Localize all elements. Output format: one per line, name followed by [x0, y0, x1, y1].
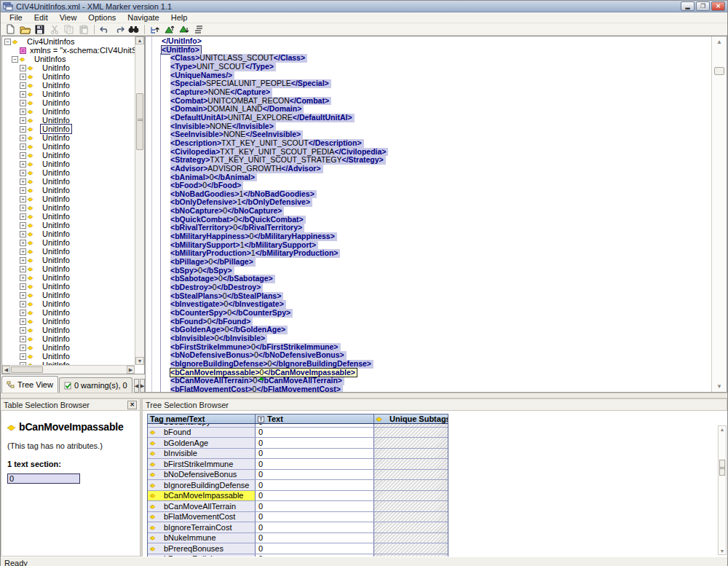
expand-icon[interactable]: +	[20, 231, 26, 237]
xml-line-UnitInfo[interactable]: </UnitInfo>	[146, 37, 711, 46]
expand-icon[interactable]: +	[20, 205, 26, 211]
tree-node-unitinfo[interactable]: +◂▸UnitInfo	[2, 168, 135, 177]
expand-icon[interactable]: +	[20, 196, 26, 203]
previous-element-button[interactable]	[162, 23, 176, 35]
tree-node-unitinfo[interactable]: +◂▸UnitInfo	[2, 334, 135, 343]
tree-node-unitinfo[interactable]: +◂▸UnitInfo	[2, 264, 135, 273]
element-navigator-button[interactable]	[148, 23, 162, 35]
tree-node-unitinfo[interactable]: +◂▸UnitInfo	[2, 212, 135, 221]
expand-icon[interactable]: +	[20, 266, 26, 272]
tree-node-unitinfo[interactable]: +◂▸UnitInfo	[2, 317, 135, 326]
tree-node-unitinfo[interactable]: +◂▸UnitInfo	[2, 81, 135, 90]
expand-icon[interactable]: +	[20, 248, 26, 255]
next-element-button[interactable]	[177, 23, 191, 35]
tree-vertical-scrollbar[interactable]: ▲ ▼	[135, 36, 144, 365]
tab-warnings[interactable]: 0 warning(s), 0	[59, 377, 132, 393]
menu-edit[interactable]: Edit	[28, 12, 54, 23]
scroll-up-icon[interactable]: ▲	[719, 427, 726, 432]
element-list-button[interactable]	[191, 23, 205, 35]
tree-node-unitinfo[interactable]: +◂▸UnitInfo	[2, 229, 135, 238]
expand-icon[interactable]: +	[20, 222, 26, 229]
tree-node-unitinfo[interactable]: +◂▸UnitInfo	[2, 125, 135, 133]
tree-node-root[interactable]: −◂▸Civ4UnitInfos	[2, 37, 135, 46]
expand-icon[interactable]: +	[20, 318, 26, 325]
table-row-bGoldenAge[interactable]: ◂▸bGoldenAge0	[148, 438, 448, 449]
column-header-text[interactable]: T Text	[256, 414, 374, 423]
text-section-input[interactable]	[7, 473, 80, 484]
table-row-bPrereqReligion[interactable]: ◂▸bPrereqReligion0	[148, 554, 448, 557]
tree-node-unitinfo[interactable]: +◂▸UnitInfo	[2, 308, 135, 317]
redo-button[interactable]	[112, 23, 126, 35]
collapse-icon[interactable]: −	[4, 39, 11, 45]
table-row-bCanMoveImpassable[interactable]: ◂▸bCanMoveImpassable0	[148, 491, 448, 502]
expand-icon[interactable]: +	[20, 187, 26, 194]
tree-node-unitinfo[interactable]: +◂▸UnitInfo	[2, 177, 135, 186]
tree-scroll-thumb[interactable]	[136, 93, 143, 150]
expand-icon[interactable]: +	[20, 292, 26, 299]
expand-icon[interactable]: +	[20, 82, 26, 89]
copy-button[interactable]	[62, 23, 76, 35]
editor-scroll-thumb[interactable]	[714, 67, 724, 75]
paste-button[interactable]	[76, 23, 90, 35]
collapse-icon[interactable]: −	[12, 56, 18, 63]
tree-node-unitinfo[interactable]: +◂▸UnitInfo	[2, 107, 135, 116]
tabs-scroll-left-icon[interactable]: ◀	[134, 379, 139, 393]
expand-icon[interactable]: +	[20, 327, 26, 334]
close-panel-icon[interactable]: ✕	[127, 401, 137, 409]
table-row-bCanMoveAllTerrain[interactable]: ◂▸bCanMoveAllTerrain0	[148, 501, 448, 512]
table-row-bIgnoreTerrainCost[interactable]: ◂▸bIgnoreTerrainCost0	[148, 522, 448, 533]
tree-node-unitinfo[interactable]: +◂▸UnitInfo	[2, 160, 135, 168]
menu-help[interactable]: Help	[165, 12, 194, 23]
tree-node-unitinfo[interactable]: +◂▸UnitInfo	[2, 238, 135, 247]
save-file-button[interactable]	[33, 23, 47, 35]
tree-node-unitinfo[interactable]: +◂▸UnitInfo	[2, 291, 135, 299]
table-row-bFirstStrikeImmune[interactable]: ◂▸bFirstStrikeImmune0	[148, 459, 448, 470]
table-vertical-scrollbar[interactable]: ▲ ▼	[718, 425, 727, 555]
scroll-right-icon[interactable]: ▶	[127, 366, 135, 374]
tree-node-unitinfo[interactable]: +◂▸UnitInfo	[2, 98, 135, 107]
table-row-bNoDefensiveBonus[interactable]: ◂▸bNoDefensiveBonus0	[148, 470, 448, 481]
expand-icon[interactable]: +	[20, 170, 26, 176]
table-row-bFlatMovementCost[interactable]: ◂▸bFlatMovementCost0	[148, 512, 448, 523]
column-header-unique-subtags[interactable]: ◂▸ Unique Subtags	[374, 414, 448, 423]
expand-icon[interactable]: +	[20, 117, 26, 124]
expand-icon[interactable]: +	[20, 161, 26, 168]
tree-hscroll-thumb[interactable]	[11, 366, 43, 373]
menu-file[interactable]: File	[4, 12, 28, 23]
expand-icon[interactable]: +	[20, 310, 26, 316]
tree-node-unitinfo[interactable]: +◂▸UnitInfo	[2, 203, 135, 212]
table-scroll-thumb[interactable]	[719, 460, 725, 476]
expand-icon[interactable]: +	[20, 353, 26, 360]
expand-icon[interactable]: +	[20, 345, 26, 351]
expand-icon[interactable]: +	[20, 178, 26, 185]
expand-icon[interactable]: +	[20, 283, 26, 290]
xml-line-bFlatMovementCost[interactable]: <bFlatMovementCost>0</bFlatMovementCost>	[146, 385, 711, 392]
tree-node-unitinfo[interactable]: +◂▸UnitInfo	[2, 256, 135, 264]
tree-node-xmlns[interactable]: =xmlns = "x-schema:CIV4UnitSc	[2, 46, 135, 55]
tree-node-unitinfo[interactable]: +◂▸UnitInfo	[2, 194, 135, 203]
scroll-down-icon[interactable]: ▼	[135, 357, 144, 365]
scroll-down-icon[interactable]: ▼	[712, 383, 727, 390]
tree-node-unitinfo[interactable]: +◂▸UnitInfo	[2, 221, 135, 229]
table-row-bFound[interactable]: ◂▸bFound0	[148, 428, 448, 439]
scroll-up-icon[interactable]: ▲	[712, 39, 727, 45]
new-document-button[interactable]	[4, 23, 17, 35]
tree-horizontal-scrollbar[interactable]: ◀ ▶	[2, 365, 135, 374]
expand-icon[interactable]: +	[20, 144, 26, 150]
tree-node-unitinfo[interactable]: +◂▸UnitInfo	[2, 90, 135, 98]
tree-node-unitinfo[interactable]: +◂▸UnitInfo	[2, 142, 135, 151]
tree-node-unitinfo[interactable]: +◂▸UnitInfo	[2, 282, 135, 291]
horizontal-splitter[interactable]	[1, 393, 727, 398]
expand-icon[interactable]: +	[20, 275, 26, 281]
expand-icon[interactable]: +	[20, 257, 26, 264]
table-row-bNukeImmune[interactable]: ◂▸bNukeImmune0	[148, 533, 448, 544]
table-row-bInvisible[interactable]: ◂▸bInvisible0	[148, 449, 448, 460]
table-row-bIgnoreBuildingDefense[interactable]: ◂▸bIgnoreBuildingDefense0	[148, 480, 448, 491]
column-header-tag-name[interactable]: Tag name/Text	[148, 414, 256, 423]
tab-tree-view[interactable]: Tree View	[1, 376, 58, 393]
tree-node-unitinfo[interactable]: +◂▸UnitInfo	[2, 343, 135, 352]
expand-icon[interactable]: +	[20, 109, 26, 115]
minimize-button[interactable]: ▂	[681, 1, 695, 11]
open-file-button[interactable]	[18, 23, 32, 35]
expand-icon[interactable]: +	[20, 336, 26, 342]
